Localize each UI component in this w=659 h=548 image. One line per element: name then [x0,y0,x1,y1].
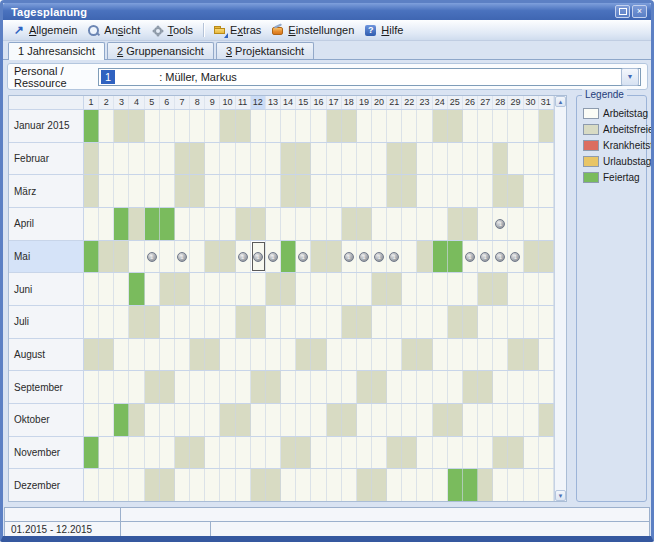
day-cell[interactable] [508,143,523,175]
day-cell[interactable] [433,175,448,207]
menu-item-hilfe[interactable]: Hilfe [361,23,408,38]
day-cell[interactable] [524,404,539,436]
day-cell[interactable] [266,273,281,305]
day-cell[interactable] [433,371,448,403]
month-row-label[interactable]: Dezember [9,469,84,501]
day-cell[interactable] [478,469,493,501]
day-cell[interactable] [84,469,99,501]
day-cell[interactable] [327,273,342,305]
day-cell[interactable]: 1 [357,241,372,273]
day-cell[interactable] [402,175,417,207]
month-row-label[interactable]: September [9,371,84,403]
day-cell[interactable] [387,306,402,338]
day-cell[interactable] [296,339,311,371]
day-cell[interactable] [448,404,463,436]
day-cell[interactable] [129,241,144,273]
day-cell[interactable] [327,371,342,403]
day-cell[interactable] [524,371,539,403]
day-cell[interactable]: 1 [508,241,523,273]
day-cell[interactable] [402,241,417,273]
day-cell[interactable] [387,208,402,240]
day-cell[interactable] [311,371,326,403]
day-cell[interactable] [175,339,190,371]
day-header-2[interactable]: 2 [99,96,114,109]
day-cell[interactable] [387,273,402,305]
day-cell[interactable] [145,339,160,371]
event-badge-icon[interactable]: 1 [480,252,490,262]
day-cell[interactable] [493,273,508,305]
day-cell[interactable] [251,143,266,175]
day-cell[interactable] [84,404,99,436]
day-cell[interactable] [493,469,508,501]
day-cell[interactable] [478,208,493,240]
day-cell[interactable] [524,273,539,305]
day-cell[interactable] [493,371,508,403]
menu-item-extras[interactable]: Extras [210,23,266,38]
day-cell[interactable] [387,469,402,501]
day-cell[interactable] [327,404,342,436]
day-cell[interactable] [114,208,129,240]
day-cell[interactable] [539,339,554,371]
day-header-9[interactable]: 9 [205,96,220,109]
day-cell[interactable] [99,273,114,305]
month-row-label[interactable]: Mai [9,241,84,273]
day-cell[interactable] [433,110,448,142]
day-cell[interactable] [524,241,539,273]
day-cell[interactable] [220,404,235,436]
day-cell[interactable] [236,208,251,240]
day-cell[interactable] [129,306,144,338]
day-header-17[interactable]: 17 [327,96,342,109]
day-cell[interactable] [433,469,448,501]
event-badge-icon[interactable]: 1 [389,252,399,262]
day-cell[interactable] [205,404,220,436]
day-cell[interactable] [236,404,251,436]
day-cell[interactable] [236,175,251,207]
scroll-up-button[interactable]: ▲ [555,96,566,107]
day-cell[interactable] [175,110,190,142]
day-cell[interactable] [175,371,190,403]
day-cell[interactable] [342,469,357,501]
day-cell[interactable] [205,208,220,240]
day-cell[interactable] [236,110,251,142]
day-cell[interactable] [524,339,539,371]
menu-item-einstellungen[interactable]: Einstellungen [268,23,359,38]
day-cell[interactable] [433,404,448,436]
day-cell[interactable] [372,273,387,305]
day-cell[interactable] [327,339,342,371]
day-cell[interactable]: 1 [342,241,357,273]
day-cell[interactable] [539,110,554,142]
day-header-14[interactable]: 14 [281,96,296,109]
day-cell[interactable] [448,306,463,338]
day-cell[interactable] [342,339,357,371]
day-cell[interactable] [311,306,326,338]
day-header-11[interactable]: 11 [236,96,251,109]
day-header-21[interactable]: 21 [387,96,402,109]
day-cell[interactable] [266,110,281,142]
day-cell[interactable] [145,371,160,403]
day-cell[interactable] [327,469,342,501]
day-cell[interactable] [417,469,432,501]
day-cell[interactable] [311,437,326,469]
day-cell[interactable] [493,437,508,469]
day-cell[interactable] [448,175,463,207]
day-cell[interactable] [220,241,235,273]
day-cell[interactable] [539,143,554,175]
day-cell[interactable] [357,306,372,338]
day-cell[interactable] [296,143,311,175]
day-cell[interactable] [129,404,144,436]
day-cell[interactable] [266,371,281,403]
day-header-23[interactable]: 23 [417,96,432,109]
day-cell[interactable] [372,208,387,240]
menu-item-ansicht[interactable]: Ansicht [84,23,145,38]
day-cell[interactable]: 1 [463,241,478,273]
day-cell[interactable] [114,469,129,501]
day-cell[interactable] [175,306,190,338]
day-cell[interactable] [145,143,160,175]
day-cell[interactable] [205,371,220,403]
day-cell[interactable] [342,110,357,142]
day-cell[interactable] [190,241,205,273]
day-cell[interactable] [129,143,144,175]
day-header-25[interactable]: 25 [448,96,463,109]
day-cell[interactable] [463,175,478,207]
day-cell[interactable]: 1 [493,208,508,240]
